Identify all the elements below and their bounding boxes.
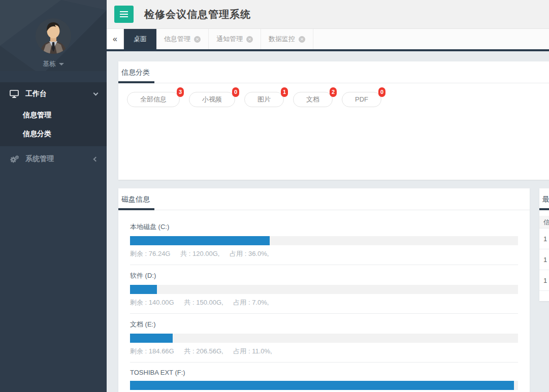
disk-used-percent: 占用 : 7.0%, — [233, 299, 269, 306]
tab-info-management[interactable]: 信息管理 × — [156, 29, 209, 49]
info-category-panel: 信息分类 全部信息 3 小视频 0 图片 1 文档 2 PDF 0 — [118, 61, 549, 180]
tab-notice-management[interactable]: 通知管理 × — [209, 29, 261, 49]
panel-header: 信息分类 — [118, 61, 549, 83]
chevron-down-icon — [93, 91, 99, 96]
disk-item-c: 本地磁盘 (C:) 剩余 : 76.24G 共 : 120.00G, 占用 : … — [130, 222, 518, 265]
menu-item-label: 工作台 — [25, 89, 94, 99]
count-badge: 0 — [378, 87, 385, 97]
disk-remaining: 剩余 : 140.00G — [130, 299, 174, 306]
disk-usage-bar — [130, 236, 518, 245]
latest-info-panel: 最 信 1 1 1 — [539, 188, 549, 301]
count-badge: 2 — [330, 87, 337, 97]
pill-label: 图片 — [257, 95, 271, 103]
top-header: 检修会议信息管理系统 — [107, 0, 549, 29]
gears-icon — [9, 155, 19, 164]
pill-document[interactable]: 文档 2 — [293, 92, 333, 107]
avatar-illustration — [36, 18, 71, 54]
tab-label: 桌面 — [134, 35, 147, 44]
disk-usage-fill — [130, 381, 514, 390]
close-icon[interactable]: × — [194, 36, 201, 43]
page-title: 检修会议信息管理系统 — [144, 8, 251, 21]
disk-item-f: TOSHIBA EXT (F:) 剩余 : 20.45G 共 : 1863.01… — [130, 369, 518, 392]
disk-item-e: 文档 (E:) 剩余 : 184.66G 共 : 206.56G, 占用 : 1… — [130, 320, 518, 363]
monitor-icon — [9, 90, 19, 98]
close-icon[interactable]: × — [299, 36, 305, 43]
profile-section: 基栋 — [0, 0, 107, 71]
panel-header: 磁盘信息 — [118, 188, 530, 210]
count-badge: 3 — [177, 87, 184, 97]
username-label: 基栋 — [43, 60, 56, 68]
disk-usage-fill — [130, 334, 173, 343]
count-badge: 0 — [232, 87, 239, 97]
pill-label: 小视频 — [202, 95, 222, 103]
chevron-left-icon — [93, 156, 99, 161]
category-pills: 全部信息 3 小视频 0 图片 1 文档 2 PDF 0 — [127, 92, 549, 107]
table-row[interactable]: 1 — [539, 270, 549, 291]
avatar[interactable] — [36, 18, 71, 54]
disk-used-percent: 占用 : 36.0%, — [230, 250, 269, 257]
double-chevron-left-icon: « — [113, 35, 117, 43]
disk-name: 软件 (D:) — [130, 271, 518, 280]
menu-group-workbench: 工作台 信息管理 信息分类 — [0, 82, 107, 146]
disk-total: 共 : 206.56G, — [184, 347, 223, 355]
close-icon[interactable]: × — [246, 36, 253, 43]
pill-pdf[interactable]: PDF 0 — [342, 92, 381, 107]
table-row[interactable]: 1 — [539, 228, 549, 249]
count-badge: 1 — [281, 87, 288, 97]
tab-bar: « 桌面 信息管理 × 通知管理 × 数据监控 × — [107, 29, 549, 49]
disk-name: 文档 (E:) — [130, 320, 518, 329]
sidebar: 基栋 工作台 信息管理 信息分类 — [0, 0, 107, 392]
disk-usage-bar — [130, 334, 518, 343]
disk-stats: 剩余 : 184.66G 共 : 206.56G, 占用 : 11.0%, — [130, 347, 518, 356]
disk-name: 本地磁盘 (C:) — [130, 222, 518, 232]
panel-title: 磁盘信息 — [118, 188, 154, 210]
disk-info-panel: 磁盘信息 本地磁盘 (C:) 剩余 : 76.24G 共 : 120.00G, … — [118, 188, 530, 392]
menu-item-label: 系统管理 — [25, 154, 94, 164]
pill-label: 文档 — [306, 95, 319, 103]
disk-item-d: 软件 (D:) 剩余 : 140.00G 共 : 150.00G, 占用 : 7… — [130, 271, 518, 314]
workbench-submenu: 信息管理 信息分类 — [0, 106, 107, 143]
collapse-tabs-button[interactable]: « — [107, 29, 124, 49]
sidebar-menu: 工作台 信息管理 信息分类 — [0, 82, 107, 172]
disk-remaining: 剩余 : 76.24G — [130, 250, 170, 257]
pill-short-video[interactable]: 小视频 0 — [189, 92, 235, 107]
disk-total: 共 : 150.00G, — [184, 299, 223, 306]
panel-title: 信息分类 — [118, 61, 154, 83]
disk-stats: 剩余 : 140.00G 共 : 150.00G, 占用 : 7.0%, — [130, 298, 518, 307]
tab-label: 数据监控 — [269, 35, 295, 44]
pill-label: PDF — [355, 95, 368, 103]
tab-label: 信息管理 — [164, 35, 190, 44]
tab-label: 通知管理 — [216, 35, 243, 44]
tab-data-monitor[interactable]: 数据监控 × — [261, 29, 313, 49]
tab-desktop[interactable]: 桌面 — [124, 29, 156, 49]
table-row[interactable]: 1 — [539, 249, 549, 270]
disk-list: 本地磁盘 (C:) 剩余 : 76.24G 共 : 120.00G, 占用 : … — [118, 210, 530, 392]
disk-usage-bar — [130, 381, 518, 390]
latest-table-header: 信 — [539, 216, 549, 228]
tabbar-divider — [107, 49, 549, 51]
panel-title: 最 — [539, 188, 549, 210]
sidebar-item-system-management[interactable]: 系统管理 — [0, 146, 107, 172]
caret-down-icon — [59, 63, 64, 66]
pill-all-info[interactable]: 全部信息 3 — [127, 92, 180, 107]
disk-name: TOSHIBA EXT (F:) — [130, 369, 518, 376]
disk-stats: 剩余 : 76.24G 共 : 120.00G, 占用 : 36.0%, — [130, 249, 518, 258]
sidebar-subitem-info-category[interactable]: 信息分类 — [0, 124, 107, 143]
disk-used-percent: 占用 : 11.0%, — [233, 347, 272, 355]
sidebar-item-workbench[interactable]: 工作台 — [0, 82, 107, 106]
hamburger-icon — [120, 11, 128, 12]
hamburger-menu-button[interactable] — [114, 6, 134, 23]
user-menu[interactable]: 基栋 — [0, 59, 107, 69]
pill-image[interactable]: 图片 1 — [244, 92, 284, 107]
disk-usage-fill — [130, 285, 157, 294]
sidebar-subitem-info-management[interactable]: 信息管理 — [0, 106, 107, 124]
panel-header: 最 — [539, 188, 549, 210]
disk-remaining: 剩余 : 184.66G — [130, 347, 174, 355]
disk-usage-fill — [130, 236, 270, 245]
disk-usage-bar — [130, 285, 518, 294]
disk-total: 共 : 120.00G, — [180, 250, 219, 257]
pill-label: 全部信息 — [140, 95, 167, 103]
